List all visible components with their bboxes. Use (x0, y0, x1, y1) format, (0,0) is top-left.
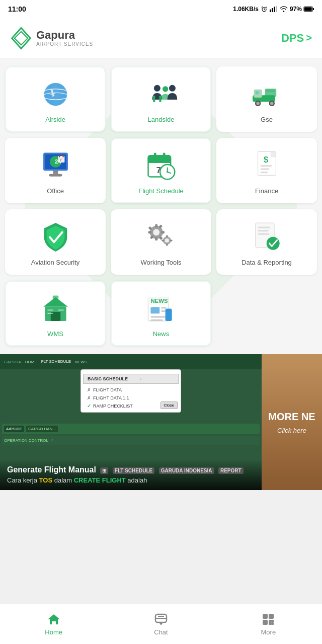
svg-point-25 (256, 102, 260, 105)
click-here-text: Click here (277, 427, 306, 434)
grid-item-airside[interactable]: Airside (5, 66, 106, 132)
battery-icon (304, 6, 314, 12)
office-label: Office (47, 187, 64, 195)
dropdown-item-1: ✗ FLIGHT DATA (81, 386, 181, 394)
wms-label: WMS (47, 330, 63, 338)
aviation-security-label: Aviation Security (31, 259, 80, 267)
svg-marker-94 (48, 614, 60, 624)
svg-point-17 (153, 85, 160, 92)
grid-item-wms[interactable]: WMS (5, 281, 106, 346)
grid-item-office[interactable]: 24 7 Office (5, 138, 106, 203)
dropdown-item-2: ✗ FLIGHT DATA 1.1 (81, 394, 181, 402)
status-time: 11:00 (8, 5, 26, 13)
svg-rect-46 (163, 152, 165, 159)
svg-rect-93 (165, 308, 172, 320)
svg-rect-104 (269, 622, 271, 625)
svg-marker-98 (159, 622, 163, 625)
svg-point-27 (270, 102, 274, 105)
app-logo (10, 27, 32, 49)
gse-icon (249, 76, 284, 112)
svg-rect-55 (260, 168, 269, 170)
svg-rect-83 (47, 312, 53, 313)
status-bar: 11:00 1.06KB/s 97% (0, 0, 322, 18)
svg-rect-2 (272, 8, 273, 12)
svg-rect-69 (166, 235, 168, 237)
svg-rect-101 (263, 620, 268, 625)
svg-point-21 (169, 85, 175, 92)
nav-chat-label: Chat (154, 628, 168, 636)
banner-table: AIRSIDE CARGO HAN... OPERATION CONTROL ✓ (0, 420, 262, 449)
grid-item-aviation-security[interactable]: Aviation Security (5, 209, 106, 275)
svg-rect-30 (266, 89, 275, 92)
wms-icon (38, 291, 73, 326)
svg-rect-90 (161, 310, 165, 311)
nav-item-chat[interactable]: Chat (107, 608, 214, 640)
gse-label: Gse (261, 116, 273, 124)
main-grid: Airside Landsi (0, 58, 322, 354)
flight-schedule-label: Flight Schedule (138, 187, 184, 195)
location-button[interactable]: DPS > (281, 32, 312, 45)
svg-rect-3 (274, 7, 275, 12)
grid-item-gse[interactable]: Gse (216, 66, 317, 132)
svg-text:7: 7 (59, 158, 61, 162)
svg-rect-75 (258, 230, 268, 231)
grid-item-working-tools[interactable]: Working Tools (111, 209, 211, 275)
svg-rect-62 (148, 231, 151, 233)
svg-rect-39 (62, 155, 63, 157)
data-reporting-label: Data & Reporting (242, 259, 292, 267)
banner-dropdown: BASIC SCHEDULE ← ✗ FLIGHT DATA ✗ FLIGHT … (80, 369, 181, 413)
svg-text:7: 7 (156, 166, 160, 175)
svg-text:$: $ (264, 155, 268, 164)
svg-rect-79 (52, 295, 58, 299)
grid-item-finance[interactable]: $ Finance (216, 138, 317, 203)
svg-rect-45 (153, 152, 156, 159)
dropdown-close[interactable]: Close (160, 401, 178, 409)
svg-rect-84 (58, 309, 63, 310)
svg-rect-36 (49, 174, 62, 176)
flight-schedule-icon: 7 (143, 148, 179, 183)
banner-nav-flt: FLT SCHEDULE (41, 359, 71, 364)
grid-item-flight-schedule[interactable]: 7 Flight Schedule (111, 138, 211, 203)
svg-rect-56 (260, 172, 268, 173)
chevron-right-icon: > (306, 32, 312, 44)
svg-text:NEWS: NEWS (150, 298, 168, 304)
grid-item-news[interactable]: NEWS News (111, 281, 211, 346)
airside-icon (38, 76, 73, 112)
banner-nav-home: HOME (25, 360, 37, 364)
signal-icon (270, 6, 278, 13)
logo-area: Gapura AIRPORT SERVICES (10, 27, 93, 49)
svg-rect-74 (258, 226, 270, 228)
location-label: DPS (281, 32, 304, 45)
svg-rect-82 (47, 309, 53, 310)
status-battery: 97% (290, 6, 302, 13)
svg-point-77 (266, 236, 279, 250)
news-icon: NEWS (143, 291, 179, 326)
svg-point-68 (165, 238, 169, 243)
logo-text: Gapura AIRPORT SERVICES (36, 29, 93, 47)
banner-left[interactable]: GAPURA HOME FLT SCHEDULE NEWS BASIC SCHE… (0, 354, 262, 490)
svg-rect-103 (271, 620, 274, 622)
banner-text-overlay: Generate Flight Manual ⊞ FLT SCHEDULE GA… (0, 459, 262, 490)
banner-title: Generate Flight Manual ⊞ FLT SCHEDULE GA… (7, 465, 255, 474)
svg-rect-71 (170, 239, 172, 241)
svg-rect-92 (150, 319, 163, 320)
banner-nav-gapura: GAPURA (4, 360, 21, 364)
svg-rect-88 (150, 307, 159, 313)
banner-right[interactable]: MORE NE Click here (262, 354, 322, 490)
status-right: 1.06KB/s 97% (233, 6, 314, 13)
more-icon (261, 612, 275, 626)
nav-home-label: Home (45, 628, 62, 636)
nav-item-home[interactable]: Home (0, 608, 107, 640)
svg-rect-72 (162, 239, 164, 241)
app-header: Gapura AIRPORT SERVICES DPS > (0, 18, 322, 58)
landside-icon (143, 76, 179, 112)
svg-rect-44 (148, 159, 171, 163)
grid-item-data-reporting[interactable]: Data & Reporting (216, 209, 317, 275)
banner-nav: GAPURA HOME FLT SCHEDULE NEWS (0, 354, 262, 369)
more-ne-label: MORE NE (268, 411, 315, 423)
banner-area: GAPURA HOME FLT SCHEDULE NEWS BASIC SCHE… (0, 354, 322, 490)
airside-label: Airside (45, 116, 65, 124)
nav-item-more[interactable]: More (215, 608, 322, 640)
svg-rect-18 (153, 96, 155, 102)
grid-item-landside[interactable]: Landside (111, 66, 211, 132)
